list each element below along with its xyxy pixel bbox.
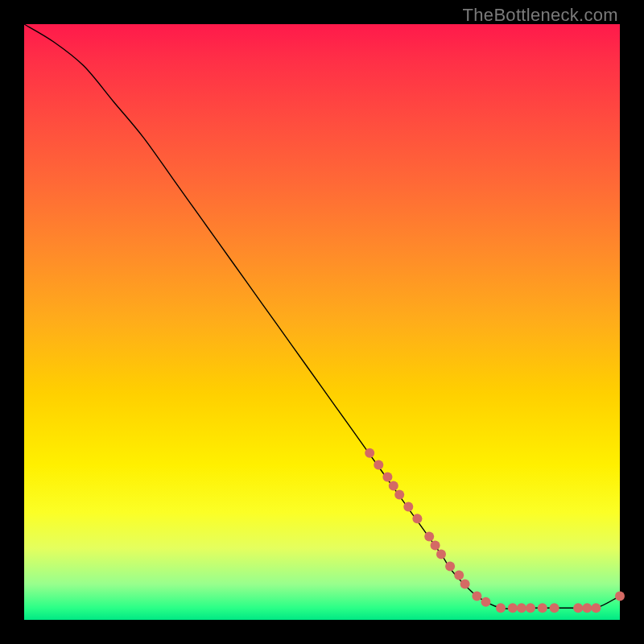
plot-area [24, 24, 620, 620]
data-marker [424, 531, 434, 541]
data-marker [550, 603, 559, 613]
data-marker [526, 603, 535, 613]
data-marker [412, 514, 422, 523]
marker-group [365, 448, 625, 613]
data-marker [472, 591, 481, 601]
data-marker [481, 597, 491, 607]
data-marker [365, 448, 374, 458]
bottleneck-curve [24, 24, 620, 609]
data-marker [436, 550, 446, 559]
data-marker [508, 603, 518, 613]
data-marker [517, 603, 526, 613]
data-marker [496, 603, 506, 613]
data-marker [382, 472, 392, 481]
data-marker [403, 502, 413, 511]
data-marker [431, 541, 440, 551]
curve-layer [24, 24, 620, 620]
watermark-text: TheBottleneck.com [463, 5, 618, 26]
chart-frame: TheBottleneck.com [0, 0, 644, 644]
data-marker [460, 580, 470, 589]
data-marker [538, 603, 547, 613]
data-marker [445, 561, 455, 571]
data-marker [591, 603, 601, 613]
data-marker [394, 490, 404, 500]
data-marker [454, 571, 464, 580]
data-marker [582, 603, 592, 613]
data-marker [615, 591, 625, 601]
data-marker [374, 460, 383, 470]
data-marker [389, 481, 398, 491]
data-marker [573, 603, 583, 613]
